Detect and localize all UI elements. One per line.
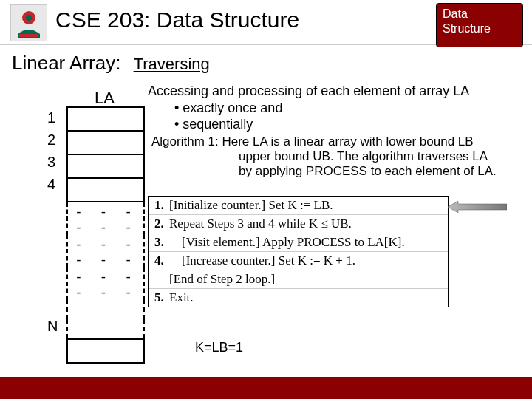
definition-bullet: • exactly once and bbox=[174, 100, 469, 117]
array-index: 3 bbox=[47, 154, 55, 171]
slide-footer-bar bbox=[0, 377, 532, 399]
array-index-last: N bbox=[47, 318, 58, 335]
ellipsis-row: - - - - - - bbox=[67, 235, 144, 267]
algorithm-steps-box: 1.[Initialize counter.] Set K := LB. 2.R… bbox=[148, 196, 449, 307]
algo-step: 5.Exit. bbox=[149, 289, 448, 307]
svg-point-2 bbox=[26, 15, 32, 21]
svg-marker-4 bbox=[448, 201, 507, 213]
array-index: 4 bbox=[47, 176, 55, 193]
ellipsis-row: - - - - - - bbox=[67, 202, 144, 235]
ellipsis-row: - - - - - - bbox=[67, 267, 144, 300]
current-step-arrow-icon bbox=[448, 201, 507, 213]
counter-state: K=LB=1 bbox=[195, 340, 243, 355]
traversal-definition: Accessing and processing of each element… bbox=[148, 83, 469, 133]
algo-step: 4. [Increase counter.] Set K := K + 1. bbox=[149, 252, 448, 270]
badge-line1: Data bbox=[443, 7, 468, 20]
algo-step: 3. [Visit element.] Apply PROCESS to LA[… bbox=[149, 233, 448, 252]
definition-line: Accessing and processing of each element… bbox=[148, 83, 469, 100]
algo-step: [End of Step 2 loop.] bbox=[149, 270, 448, 289]
svg-rect-3 bbox=[19, 34, 38, 37]
algo-intro-line: Algorithm 1: Here LA is a linear array w… bbox=[151, 134, 497, 149]
algo-step: 1.[Initialize counter.] Set K := LB. bbox=[149, 197, 448, 215]
badge-line2: Structure bbox=[443, 22, 491, 35]
array-cells: - - - - - - - - - - - - - - - - - - bbox=[66, 106, 145, 364]
definition-bullet: • sequentially bbox=[174, 116, 469, 133]
section-label: Linear Array: bbox=[12, 52, 120, 74]
slide-header: CSE 203: Data Structure Data Structure bbox=[0, 0, 532, 45]
algo-step: 2.Repeat Steps 3 and 4 while K ≤ UB. bbox=[149, 215, 448, 233]
array-name: LA bbox=[95, 89, 115, 108]
topic-badge: Data Structure bbox=[436, 3, 523, 47]
section-heading: Linear Array: Traversing bbox=[12, 52, 210, 75]
algorithm-intro: Algorithm 1: Here LA is a linear array w… bbox=[151, 134, 497, 179]
university-logo bbox=[10, 4, 47, 41]
algo-intro-line: by applying PROCESS to each element of L… bbox=[151, 164, 497, 179]
array-index: 1 bbox=[47, 109, 55, 126]
course-title: CSE 203: Data Structure bbox=[55, 7, 299, 33]
algo-intro-line: upper bound UB. The algorithm traverses … bbox=[151, 149, 497, 164]
array-index: 2 bbox=[47, 132, 55, 149]
section-topic: Traversing bbox=[134, 55, 210, 73]
